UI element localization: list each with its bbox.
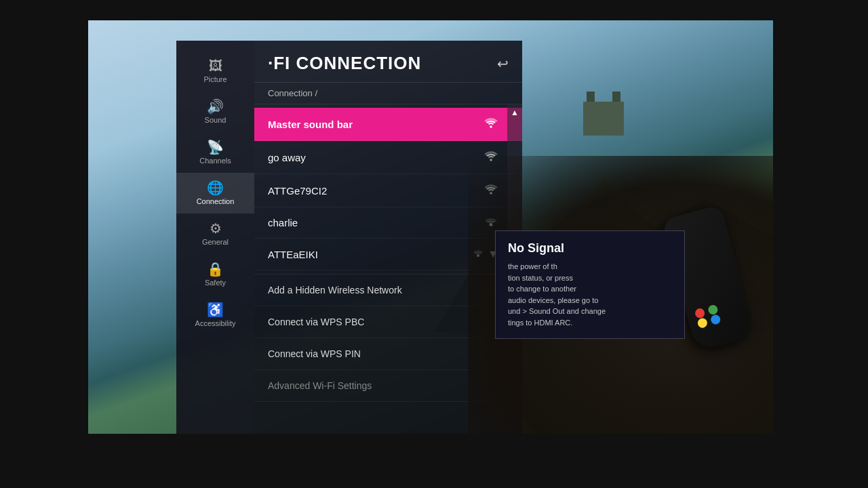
- sidebar-item-general[interactable]: ⚙ General: [176, 214, 254, 254]
- sidebar-item-connection[interactable]: 🌐 Connection: [176, 173, 254, 214]
- remote-green-button: [707, 304, 719, 315]
- svg-point-0: [490, 125, 492, 128]
- no-signal-popup: No Signal the power of th tion status, o…: [495, 230, 685, 339]
- tv-screen: 🖼 Picture 🔊 Sound 📡 Channels 🌐 Connectio…: [88, 20, 773, 434]
- scroll-up-icon[interactable]: ▲: [511, 108, 519, 117]
- remote-blue-button: [710, 314, 722, 325]
- wifi-signal-icon-master-sound-bar: [484, 117, 498, 131]
- sidebar-item-accessibility[interactable]: ♿ Accessibility: [176, 295, 254, 336]
- back-button[interactable]: ↩: [497, 56, 509, 72]
- safety-icon: 🔒: [207, 262, 224, 276]
- sidebar-label-picture: Picture: [203, 75, 226, 83]
- picture-icon: 🖼: [209, 59, 222, 73]
- panel-title: ·FI CONNECTION: [268, 53, 421, 74]
- castle-silhouette: [583, 102, 624, 136]
- sound-icon: 🔊: [207, 100, 224, 113]
- wifi-network-master-sound-bar[interactable]: Master sound bar: [254, 108, 522, 141]
- sidebar-label-general: General: [202, 238, 229, 246]
- sidebar-item-sound[interactable]: 🔊 Sound: [176, 92, 254, 132]
- remote-red-button: [694, 308, 705, 319]
- network-name-go-away: go away: [268, 152, 306, 163]
- sidebar-item-safety[interactable]: 🔒 Safety: [176, 254, 254, 295]
- network-name-master-sound-bar: Master sound bar: [268, 119, 353, 130]
- sidebar-item-channels[interactable]: 📡 Channels: [176, 132, 254, 173]
- sidebar-item-picture[interactable]: 🖼 Picture: [176, 51, 254, 92]
- sidebar-label-channels: Channels: [199, 157, 231, 165]
- no-signal-text: the power of th tion status, or press to…: [508, 261, 672, 328]
- sidebar-label-sound: Sound: [205, 116, 226, 124]
- remote-yellow-button: [696, 317, 708, 329]
- sidebar: 🖼 Picture 🔊 Sound 📡 Channels 🌐 Connectio…: [176, 41, 254, 434]
- network-name-attge79ci2: ATTGe79CI2: [268, 185, 327, 197]
- sidebar-label-accessibility: Accessibility: [195, 319, 236, 327]
- panel-header: ·FI CONNECTION ↩: [254, 41, 522, 83]
- channels-icon: 📡: [207, 140, 224, 154]
- connection-icon: 🌐: [207, 181, 224, 195]
- network-name-atteaelki: ATTEaEIKI: [268, 249, 318, 260]
- sidebar-label-connection: Connection: [197, 197, 235, 205]
- general-icon: ⚙: [210, 222, 222, 235]
- sidebar-label-safety: Safety: [205, 279, 226, 287]
- breadcrumb: Connection /: [254, 83, 522, 104]
- no-signal-title: No Signal: [508, 241, 672, 256]
- network-name-charlie: charlie: [268, 217, 298, 228]
- accessibility-icon: ♿: [207, 303, 224, 317]
